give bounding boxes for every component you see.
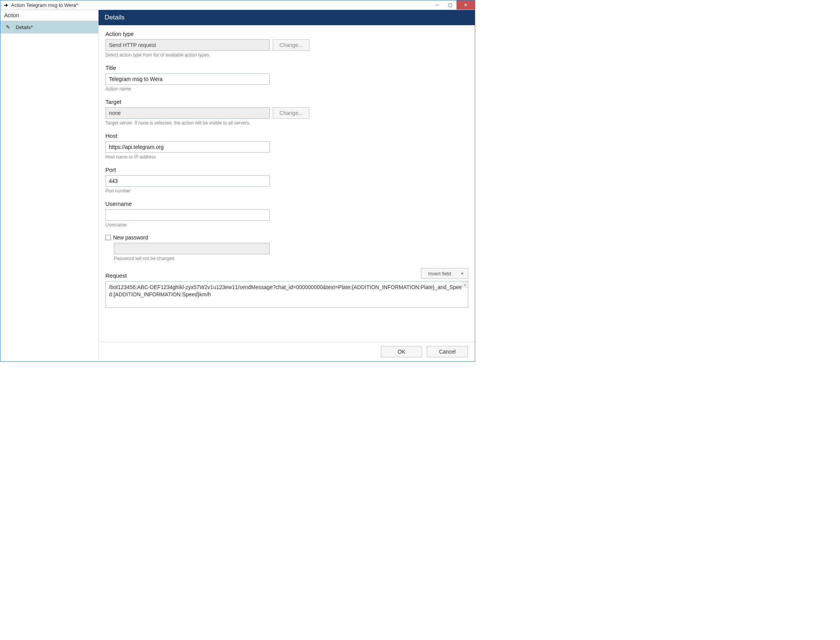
minimize-button[interactable]: ─ (431, 0, 443, 10)
sidebar-item-details[interactable]: ✎ Details* (0, 21, 98, 34)
host-label: Host (105, 133, 468, 139)
close-button[interactable]: ✕ (456, 0, 475, 10)
maximize-button[interactable]: ▢ (443, 0, 456, 10)
action-type-label: Action type (105, 31, 468, 37)
port-helper: Port number (105, 188, 468, 194)
port-input[interactable] (105, 175, 270, 187)
title-label: Title (105, 65, 468, 71)
app-icon-arrow: ➔ (3, 2, 9, 8)
window-controls: ─ ▢ ✕ (431, 0, 475, 10)
chevron-down-icon: ▼ (460, 272, 464, 276)
username-input[interactable] (105, 209, 270, 221)
password-input (114, 243, 270, 254)
action-type-field (105, 39, 270, 51)
target-helper: Target server. If none is selected, the … (105, 120, 468, 126)
textarea-scroll-up-icon[interactable]: ▴ (461, 281, 468, 288)
title-input[interactable] (105, 73, 270, 85)
sidebar: Action ✎ Details* (0, 10, 99, 361)
ok-button[interactable]: OK (381, 346, 422, 357)
details-header: Details (99, 10, 475, 25)
request-label: Request (105, 272, 127, 279)
title-helper: Action name (105, 86, 468, 92)
dialog-button-bar: OK Cancel (99, 342, 475, 361)
pencil-icon: ✎ (6, 24, 12, 30)
form-scroll-area[interactable]: Action type Change... Select action type… (99, 25, 475, 342)
window-title: Action Telegram msg to Wera* (11, 2, 78, 8)
action-type-change-button[interactable]: Change... (273, 39, 309, 51)
target-field (105, 107, 270, 119)
sidebar-header: Action (0, 10, 98, 21)
sidebar-item-label: Details* (16, 24, 33, 30)
target-change-button[interactable]: Change... (273, 107, 309, 119)
action-type-helper: Select action type from list of availabl… (105, 52, 468, 58)
host-input[interactable] (105, 141, 270, 153)
password-helper: Password will not be changed (114, 256, 468, 261)
titlebar: ➔ Action Telegram msg to Wera* ─ ▢ ✕ (0, 0, 475, 10)
insert-field-label: Insert field (428, 271, 451, 276)
username-helper: Username (105, 222, 468, 228)
target-label: Target (105, 99, 468, 105)
new-password-label: New password (113, 234, 148, 241)
request-value: /bot123456:ABC-DEF1234ghIkl-zyx57W2v1u12… (109, 284, 462, 297)
port-label: Port (105, 166, 468, 173)
host-helper: Host name or IP address (105, 154, 468, 160)
new-password-checkbox[interactable] (105, 235, 111, 240)
username-label: Username (105, 200, 468, 207)
insert-field-button[interactable]: Insert field ▼ (421, 268, 468, 279)
request-textarea[interactable]: /bot123456:ABC-DEF1234ghIkl-zyx57W2v1u12… (105, 281, 468, 308)
cancel-button[interactable]: Cancel (427, 346, 468, 357)
